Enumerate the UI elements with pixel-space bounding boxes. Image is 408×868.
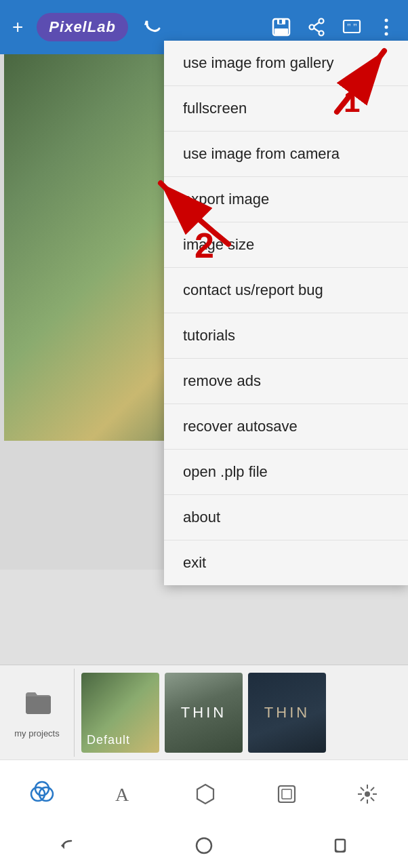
template-default-label: Default — [87, 733, 130, 747]
back-nav[interactable] — [58, 835, 78, 860]
shapes-tool[interactable] — [193, 782, 218, 806]
menu-item-remove-ads[interactable]: remove ads — [164, 359, 408, 404]
toolbar-left: + PixelLab — [12, 13, 163, 41]
template-thin1[interactable]: THIN — [165, 673, 243, 753]
svg-point-13 — [385, 19, 388, 22]
menu-item-recover-autosave[interactable]: recover autosave — [164, 404, 408, 450]
bottom-bar: my projects Default THIN THIN — [0, 665, 408, 760]
text-tool[interactable]: A — [112, 782, 136, 806]
svg-rect-3 — [274, 28, 288, 35]
svg-line-31 — [371, 797, 374, 801]
quote-button[interactable]: " " — [342, 17, 362, 37]
template-default[interactable]: Default — [81, 673, 159, 753]
share-button[interactable] — [306, 17, 327, 37]
menu-item-use-gallery[interactable]: use image from gallery — [164, 41, 408, 86]
menu-item-contact-us[interactable]: contact us/report bug — [164, 268, 408, 313]
home-nav[interactable] — [194, 835, 214, 860]
svg-rect-10 — [344, 20, 360, 33]
menu-item-open-plp[interactable]: open .plp file — [164, 450, 408, 495]
my-projects-button[interactable]: my projects — [0, 669, 75, 757]
svg-point-14 — [385, 26, 388, 29]
frames-tool[interactable] — [274, 782, 299, 806]
svg-rect-25 — [282, 789, 291, 799]
recent-nav[interactable] — [330, 835, 350, 860]
svg-line-30 — [361, 787, 364, 791]
toolbar-right: " " — [271, 17, 396, 37]
menu-item-export-image[interactable]: export image — [164, 177, 408, 222]
svg-point-34 — [365, 791, 370, 797]
svg-point-5 — [319, 19, 324, 24]
menu-item-image-size[interactable]: image size — [164, 222, 408, 268]
menu-item-tutorials[interactable]: tutorials — [164, 313, 408, 359]
template-thin1-label: THIN — [181, 704, 226, 722]
svg-point-6 — [319, 31, 324, 36]
svg-line-33 — [361, 797, 364, 801]
menu-item-fullscreen[interactable]: fullscreen — [164, 86, 408, 132]
svg-rect-36 — [335, 840, 345, 852]
bottom-tools: A — [0, 760, 408, 827]
dropdown-menu: use image from gallery fullscreen use im… — [164, 41, 408, 585]
folder-icon — [22, 687, 52, 723]
svg-rect-24 — [279, 786, 295, 802]
svg-line-9 — [314, 28, 319, 33]
menu-item-about[interactable]: about — [164, 495, 408, 540]
my-projects-label: my projects — [14, 728, 59, 738]
template-thin2-label: THIN — [264, 704, 310, 722]
svg-point-35 — [197, 838, 211, 853]
logo: PixelLab — [37, 13, 127, 41]
svg-text:A: A — [115, 784, 129, 805]
effects-tool[interactable] — [28, 781, 56, 808]
template-thin2[interactable]: THIN — [248, 673, 326, 753]
magic-tool[interactable] — [355, 782, 380, 806]
svg-line-32 — [371, 787, 374, 791]
add-button[interactable]: + — [12, 16, 23, 38]
svg-point-15 — [385, 33, 388, 36]
save-button[interactable] — [271, 17, 291, 37]
svg-text:": " — [347, 22, 351, 33]
system-nav — [0, 827, 408, 868]
more-menu-button[interactable] — [377, 18, 396, 37]
svg-rect-4 — [279, 20, 282, 24]
svg-line-8 — [314, 22, 319, 26]
svg-text:": " — [353, 22, 357, 33]
templates-scroll: Default THIN THIN — [75, 669, 333, 757]
menu-item-exit[interactable]: exit — [164, 540, 408, 585]
undo-button[interactable] — [142, 16, 163, 38]
menu-item-use-camera[interactable]: use image from camera — [164, 132, 408, 177]
